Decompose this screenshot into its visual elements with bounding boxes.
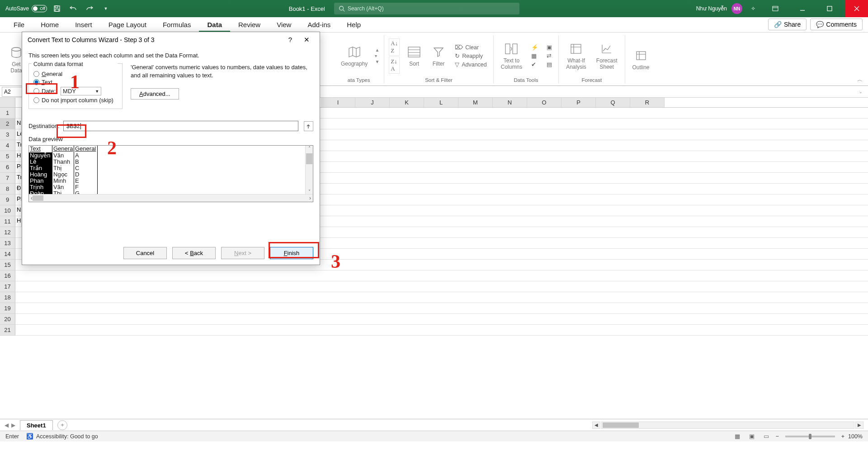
forecast-sheet-button[interactable]: Forecast Sheet [594, 41, 620, 71]
cell[interactable]: Lê [15, 129, 22, 140]
column-header[interactable]: O [527, 98, 561, 107]
tab-home[interactable]: Home [33, 18, 67, 32]
tab-help[interactable]: Help [339, 18, 369, 32]
range-picker-icon[interactable] [304, 121, 313, 131]
cancel-button[interactable]: Cancel [123, 247, 167, 259]
sort-az-icon[interactable]: A↓Z [389, 38, 400, 56]
cell[interactable]: Hc [15, 151, 22, 161]
column-header[interactable]: Q [596, 98, 630, 107]
column-header[interactable]: J [355, 98, 390, 107]
zoom-level[interactable]: 100% [848, 433, 863, 440]
hscroll-track[interactable] [601, 422, 854, 429]
coming-soon-icon[interactable]: ✧ [747, 2, 760, 15]
sort-za-icon[interactable]: Z↓A [389, 57, 400, 74]
tab-formulas[interactable]: Formulas [155, 18, 199, 32]
cell[interactable]: Tr [15, 173, 22, 183]
cell[interactable]: Ph [15, 162, 22, 172]
qat-dropdown-icon[interactable]: ▼ [99, 2, 112, 15]
preview-col-header[interactable]: Genera [52, 146, 74, 152]
advanced-button[interactable]: ▽Advanced [453, 61, 489, 68]
row-header[interactable]: 6 [0, 162, 15, 173]
row-header[interactable]: 14 [0, 249, 15, 260]
row-header[interactable]: 15 [0, 260, 15, 270]
page-layout-view-icon[interactable]: ▣ [746, 432, 757, 441]
sheet-nav-icons[interactable]: ◀▶ [0, 422, 20, 428]
zoom-out-icon[interactable]: − [775, 433, 778, 440]
back-button[interactable]: < Back [172, 247, 216, 259]
radio-date[interactable]: Date: MDY▼ [33, 87, 118, 95]
text-to-columns-button[interactable]: Text to Columns [498, 41, 525, 71]
cell[interactable]: Đc [15, 184, 22, 194]
preview-scroll-horizontal[interactable]: ‹› [29, 194, 313, 202]
radio-general[interactable]: General [33, 71, 118, 77]
zoom-in-icon[interactable]: + [841, 433, 844, 440]
row-header[interactable]: 11 [0, 216, 15, 227]
row-header[interactable]: 9 [0, 194, 15, 205]
row-header[interactable]: 19 [0, 303, 15, 314]
maximize-button[interactable] [818, 0, 841, 17]
tab-page-layout[interactable]: Page Layout [100, 18, 155, 32]
column-header[interactable]: L [424, 98, 458, 107]
row-header[interactable]: 12 [0, 227, 15, 238]
save-icon[interactable] [51, 2, 63, 15]
new-sheet-button[interactable]: ＋ [57, 420, 67, 430]
outline-button[interactable]: Outline [630, 47, 652, 71]
hscroll-left-icon[interactable]: ◀ [592, 422, 600, 429]
relationships-icon[interactable]: ⇄ [545, 52, 554, 60]
data-model-icon[interactable]: ▤ [545, 61, 554, 68]
row-header[interactable]: 2 [0, 119, 15, 129]
row-header[interactable]: 17 [0, 281, 15, 292]
ribbon-display-icon[interactable] [764, 0, 787, 17]
row-header[interactable]: 16 [0, 270, 15, 281]
row-header[interactable]: 21 [0, 325, 15, 336]
close-icon[interactable]: ✕ [299, 34, 314, 46]
column-header[interactable]: M [458, 98, 493, 107]
preview-col-header[interactable]: Text [29, 146, 52, 152]
redo-icon[interactable] [83, 2, 96, 15]
help-icon[interactable]: ? [284, 34, 297, 46]
select-all-corner[interactable] [0, 98, 15, 107]
undo-icon[interactable] [67, 2, 80, 15]
row-header[interactable]: 5 [0, 151, 15, 162]
minimize-button[interactable] [791, 0, 814, 17]
consolidate-icon[interactable]: ▣ [545, 43, 554, 51]
cell[interactable]: Ng [15, 119, 22, 129]
column-header[interactable]: N [493, 98, 527, 107]
whatif-button[interactable]: What-If Analysis [563, 41, 589, 71]
row-header[interactable]: 10 [0, 205, 15, 216]
tab-review[interactable]: Review [230, 18, 269, 32]
filter-button[interactable]: Filter [429, 44, 448, 68]
hscroll-right-icon[interactable]: ▶ [855, 422, 863, 429]
flash-fill-icon[interactable]: ⚡ [529, 43, 540, 51]
preview-col-header[interactable]: General [74, 146, 98, 152]
tab-file[interactable]: File [5, 18, 33, 32]
autosave-toggle[interactable]: AutoSave Off [5, 5, 47, 12]
destination-input[interactable]: $B$2 [63, 121, 298, 131]
radio-text[interactable]: Text [33, 79, 118, 85]
radio-skip[interactable]: Do not import column (skip) [33, 97, 118, 104]
share-button[interactable]: 🔗Share [768, 19, 807, 30]
tab-view[interactable]: View [269, 18, 299, 32]
sheet-tab-active[interactable]: Sheet1 [20, 420, 53, 430]
column-header[interactable]: P [561, 98, 596, 107]
sort-button[interactable]: Sort [404, 44, 424, 68]
row-header[interactable]: 7 [0, 173, 15, 184]
date-format-combo[interactable]: MDY▼ [61, 87, 101, 95]
cell[interactable]: Hc [15, 216, 22, 227]
avatar[interactable]: NN [731, 3, 742, 14]
tab-data[interactable]: Data [199, 18, 230, 32]
reapply-button[interactable]: ↻Reapply [453, 52, 489, 60]
geography-button[interactable]: Geography [338, 44, 370, 68]
comments-button[interactable]: 💬Comments [810, 19, 863, 30]
row-header[interactable]: 18 [0, 292, 15, 303]
row-header[interactable]: 20 [0, 314, 15, 325]
row-header[interactable]: 1 [0, 108, 15, 119]
column-header[interactable]: I [321, 98, 355, 107]
remove-dup-icon[interactable]: ▦ [529, 52, 540, 60]
accessibility-status[interactable]: ♿Accessibility: Good to go [26, 433, 98, 440]
row-header[interactable]: 3 [0, 129, 15, 140]
search-input[interactable]: Search (Alt+Q) [334, 3, 519, 14]
cell[interactable] [15, 108, 22, 118]
close-button[interactable] [845, 0, 868, 17]
row-header[interactable]: 4 [0, 140, 15, 151]
